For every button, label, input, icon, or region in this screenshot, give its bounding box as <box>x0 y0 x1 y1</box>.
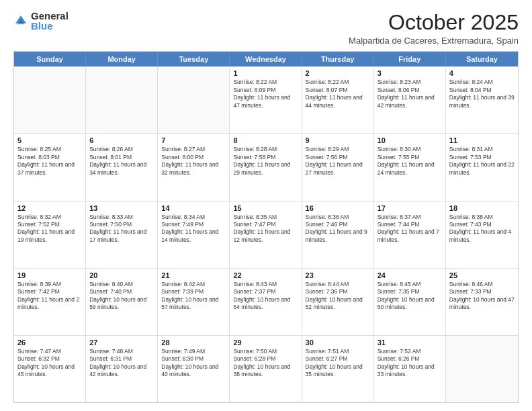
day-number: 20 <box>89 271 154 279</box>
day-info: Sunrise: 8:31 AM Sunset: 7:53 PM Dayligh… <box>449 146 515 177</box>
day-number: 3 <box>378 69 442 77</box>
calendar-row: 12Sunrise: 8:32 AM Sunset: 7:52 PM Dayli… <box>14 201 518 268</box>
day-number: 15 <box>233 204 298 212</box>
day-number: 26 <box>17 338 82 347</box>
day-info: Sunrise: 8:43 AM Sunset: 7:37 PM Dayligh… <box>233 281 298 312</box>
calendar-row: 5Sunrise: 8:25 AM Sunset: 8:03 PM Daylig… <box>14 133 518 200</box>
day-cell-15: 15Sunrise: 8:35 AM Sunset: 7:47 PM Dayli… <box>230 201 302 268</box>
day-cell-6: 6Sunrise: 8:26 AM Sunset: 8:01 PM Daylig… <box>86 134 158 200</box>
header-cell-monday: Monday <box>86 52 158 66</box>
day-info: Sunrise: 8:42 AM Sunset: 7:39 PM Dayligh… <box>161 281 226 312</box>
day-cell-18: 18Sunrise: 8:38 AM Sunset: 7:43 PM Dayli… <box>446 201 518 268</box>
day-number: 6 <box>89 136 154 144</box>
day-info: Sunrise: 8:45 AM Sunset: 7:35 PM Dayligh… <box>378 281 442 312</box>
day-cell-17: 17Sunrise: 8:37 AM Sunset: 7:44 PM Dayli… <box>374 201 446 268</box>
day-cell-11: 11Sunrise: 8:31 AM Sunset: 7:53 PM Dayli… <box>446 134 518 200</box>
day-info: Sunrise: 8:44 AM Sunset: 7:36 PM Dayligh… <box>306 281 370 312</box>
day-number: 1 <box>233 69 298 77</box>
day-number: 27 <box>89 338 154 347</box>
header-cell-wednesday: Wednesday <box>230 52 302 66</box>
day-cell-9: 9Sunrise: 8:29 AM Sunset: 7:56 PM Daylig… <box>302 134 374 200</box>
location-subtitle: Malpartida de Caceres, Extremadura, Spai… <box>349 36 519 46</box>
day-info: Sunrise: 8:32 AM Sunset: 7:52 PM Dayligh… <box>17 214 82 244</box>
day-info: Sunrise: 8:28 AM Sunset: 7:58 PM Dayligh… <box>233 146 298 177</box>
day-info: Sunrise: 8:34 AM Sunset: 7:49 PM Dayligh… <box>161 214 226 244</box>
month-title: October 2025 <box>349 11 519 34</box>
day-number: 11 <box>449 136 515 144</box>
logo-blue: Blue <box>31 21 69 31</box>
empty-cell <box>86 66 158 133</box>
empty-cell <box>446 336 518 402</box>
day-cell-20: 20Sunrise: 8:40 AM Sunset: 7:40 PM Dayli… <box>86 269 158 335</box>
day-cell-8: 8Sunrise: 8:28 AM Sunset: 7:58 PM Daylig… <box>230 134 302 200</box>
day-number: 18 <box>449 204 515 212</box>
day-info: Sunrise: 8:27 AM Sunset: 8:00 PM Dayligh… <box>161 146 226 177</box>
day-info: Sunrise: 8:22 AM Sunset: 8:07 PM Dayligh… <box>306 79 370 109</box>
day-number: 7 <box>161 136 226 144</box>
day-info: Sunrise: 8:23 AM Sunset: 8:06 PM Dayligh… <box>378 79 442 109</box>
calendar-header: SundayMondayTuesdayWednesdayThursdayFrid… <box>14 52 518 66</box>
day-cell-23: 23Sunrise: 8:44 AM Sunset: 7:36 PM Dayli… <box>302 269 374 335</box>
logo-icon <box>13 13 28 28</box>
day-cell-3: 3Sunrise: 8:23 AM Sunset: 8:06 PM Daylig… <box>374 66 446 133</box>
day-info: Sunrise: 8:33 AM Sunset: 7:50 PM Dayligh… <box>89 214 154 244</box>
day-cell-16: 16Sunrise: 8:36 AM Sunset: 7:46 PM Dayli… <box>302 201 374 268</box>
day-info: Sunrise: 8:35 AM Sunset: 7:47 PM Dayligh… <box>233 214 298 244</box>
calendar-body: 1Sunrise: 8:22 AM Sunset: 8:09 PM Daylig… <box>14 66 518 402</box>
day-cell-29: 29Sunrise: 7:50 AM Sunset: 6:28 PM Dayli… <box>230 336 302 402</box>
day-cell-28: 28Sunrise: 7:49 AM Sunset: 6:30 PM Dayli… <box>158 336 230 402</box>
day-cell-24: 24Sunrise: 8:45 AM Sunset: 7:35 PM Dayli… <box>374 269 446 335</box>
day-info: Sunrise: 8:24 AM Sunset: 8:04 PM Dayligh… <box>449 79 515 109</box>
day-cell-12: 12Sunrise: 8:32 AM Sunset: 7:52 PM Dayli… <box>14 201 86 268</box>
day-info: Sunrise: 7:47 AM Sunset: 6:32 PM Dayligh… <box>17 348 82 379</box>
header: General Blue October 2025 Malpartida de … <box>13 11 519 46</box>
day-number: 28 <box>161 338 226 347</box>
day-number: 5 <box>17 136 82 144</box>
day-number: 13 <box>89 204 154 212</box>
day-number: 25 <box>449 271 515 279</box>
calendar-row: 26Sunrise: 7:47 AM Sunset: 6:32 PM Dayli… <box>14 335 518 402</box>
day-info: Sunrise: 8:46 AM Sunset: 7:33 PM Dayligh… <box>449 281 515 312</box>
page: General Blue October 2025 Malpartida de … <box>0 0 532 411</box>
day-info: Sunrise: 8:38 AM Sunset: 7:43 PM Dayligh… <box>449 214 515 244</box>
day-number: 12 <box>17 204 82 212</box>
day-cell-7: 7Sunrise: 8:27 AM Sunset: 8:00 PM Daylig… <box>158 134 230 200</box>
day-number: 9 <box>306 136 370 144</box>
day-number: 21 <box>161 271 226 279</box>
day-cell-21: 21Sunrise: 8:42 AM Sunset: 7:39 PM Dayli… <box>158 269 230 335</box>
day-cell-4: 4Sunrise: 8:24 AM Sunset: 8:04 PM Daylig… <box>446 66 518 133</box>
calendar: SundayMondayTuesdayWednesdayThursdayFrid… <box>13 51 519 403</box>
day-number: 8 <box>233 136 298 144</box>
day-info: Sunrise: 8:25 AM Sunset: 8:03 PM Dayligh… <box>17 146 82 177</box>
day-cell-27: 27Sunrise: 7:48 AM Sunset: 6:31 PM Dayli… <box>86 336 158 402</box>
day-cell-22: 22Sunrise: 8:43 AM Sunset: 7:37 PM Dayli… <box>230 269 302 335</box>
day-info: Sunrise: 8:30 AM Sunset: 7:55 PM Dayligh… <box>378 146 442 177</box>
day-info: Sunrise: 7:50 AM Sunset: 6:28 PM Dayligh… <box>233 348 298 379</box>
day-number: 30 <box>306 338 370 347</box>
day-number: 22 <box>233 271 298 279</box>
empty-cell <box>14 66 86 133</box>
header-cell-tuesday: Tuesday <box>158 52 230 66</box>
day-info: Sunrise: 7:48 AM Sunset: 6:31 PM Dayligh… <box>89 348 154 379</box>
day-number: 4 <box>449 69 515 77</box>
day-cell-26: 26Sunrise: 7:47 AM Sunset: 6:32 PM Dayli… <box>14 336 86 402</box>
day-number: 31 <box>378 338 442 347</box>
day-cell-5: 5Sunrise: 8:25 AM Sunset: 8:03 PM Daylig… <box>14 134 86 200</box>
day-number: 19 <box>17 271 82 279</box>
day-cell-1: 1Sunrise: 8:22 AM Sunset: 8:09 PM Daylig… <box>230 66 302 133</box>
day-info: Sunrise: 8:37 AM Sunset: 7:44 PM Dayligh… <box>378 214 442 244</box>
day-number: 14 <box>161 204 226 212</box>
day-number: 24 <box>378 271 442 279</box>
day-cell-10: 10Sunrise: 8:30 AM Sunset: 7:55 PM Dayli… <box>374 134 446 200</box>
calendar-row: 1Sunrise: 8:22 AM Sunset: 8:09 PM Daylig… <box>14 66 518 133</box>
day-info: Sunrise: 8:36 AM Sunset: 7:46 PM Dayligh… <box>306 214 370 244</box>
logo: General Blue <box>13 11 69 31</box>
day-info: Sunrise: 8:40 AM Sunset: 7:40 PM Dayligh… <box>89 281 154 312</box>
day-cell-13: 13Sunrise: 8:33 AM Sunset: 7:50 PM Dayli… <box>86 201 158 268</box>
header-cell-thursday: Thursday <box>302 52 374 66</box>
logo-text: General Blue <box>31 11 69 31</box>
day-info: Sunrise: 7:52 AM Sunset: 6:26 PM Dayligh… <box>378 348 442 379</box>
day-number: 16 <box>306 204 370 212</box>
day-cell-14: 14Sunrise: 8:34 AM Sunset: 7:49 PM Dayli… <box>158 201 230 268</box>
day-info: Sunrise: 8:26 AM Sunset: 8:01 PM Dayligh… <box>89 146 154 177</box>
